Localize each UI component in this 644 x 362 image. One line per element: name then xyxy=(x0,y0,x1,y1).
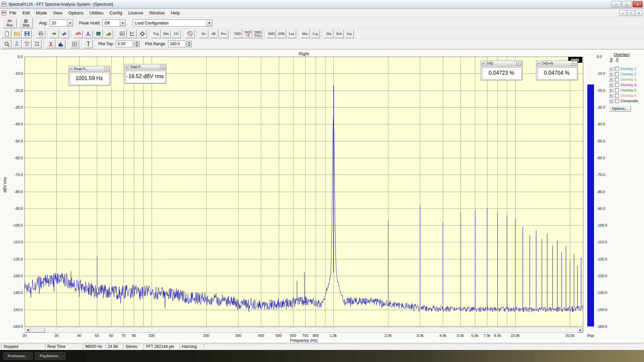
spin-down-icon[interactable] xyxy=(134,44,140,47)
scrollbar-thumb[interactable] xyxy=(31,327,45,333)
reverb-button[interactable]: Rvb xyxy=(334,29,344,38)
mdi-restore-button[interactable]: □ xyxy=(627,10,635,16)
overlay-1-on-checkbox[interactable] xyxy=(615,67,619,71)
mdi-minimize-button[interactable]: – xyxy=(619,10,627,16)
signal-generator-icon[interactable] xyxy=(185,29,195,38)
close-icon[interactable]: × xyxy=(516,62,521,66)
thd-button[interactable]: THD xyxy=(233,29,242,38)
taskbar-item[interactable]: Profession... xyxy=(3,352,33,360)
surface-icon[interactable] xyxy=(104,29,113,38)
thd-n-button[interactable]: THD +N xyxy=(243,29,252,38)
thd-n-meter-titlebar[interactable]: THD+N × xyxy=(536,61,577,66)
taskbar-item[interactable]: PlayMemor... xyxy=(35,352,65,360)
zoom-out-2x-button[interactable]: Out 2X xyxy=(22,40,32,48)
thd-freq-button[interactable]: THD Freq xyxy=(253,29,262,38)
scroll-left-icon[interactable] xyxy=(25,327,30,333)
histogram-icon[interactable] xyxy=(56,40,65,48)
print-icon[interactable] xyxy=(36,29,45,38)
peak-frequency-meter-titlebar[interactable]: Peak Fr... × xyxy=(69,66,110,72)
spectrum-view-icon[interactable] xyxy=(84,29,93,38)
jet-icon[interactable] xyxy=(60,29,69,38)
mdi-close-button[interactable]: × xyxy=(635,10,643,16)
overlay-3-on-checkbox[interactable] xyxy=(615,77,619,81)
maximize-button[interactable]: □ xyxy=(622,1,632,7)
spin-up-icon[interactable] xyxy=(186,41,192,44)
axes-icon[interactable] xyxy=(127,29,137,38)
overlay-c-on-checkbox[interactable] xyxy=(615,99,619,103)
io-button[interactable]: I/O xyxy=(171,29,181,38)
peak-hold-dropdown[interactable]: Off xyxy=(102,19,126,26)
overlay-6-set-button[interactable]: 6 xyxy=(608,94,613,98)
zoom-icon[interactable] xyxy=(2,40,11,48)
chevron-down-icon[interactable] xyxy=(67,20,73,26)
table-icon[interactable] xyxy=(117,29,127,38)
overlay-2-on-checkbox[interactable] xyxy=(615,72,619,76)
menu-view[interactable]: View xyxy=(50,9,65,17)
spectrum-plot[interactable] xyxy=(24,57,583,326)
time-series-icon[interactable] xyxy=(73,29,83,38)
peak-curve-icon[interactable] xyxy=(46,40,55,48)
spin-down-icon[interactable] xyxy=(186,44,192,47)
imd-button[interactable]: IMD xyxy=(267,29,276,38)
chevron-down-icon[interactable] xyxy=(120,20,125,26)
stop-button[interactable]: Stop xyxy=(19,18,33,28)
scroll-right-icon[interactable] xyxy=(578,327,583,333)
close-icon[interactable]: × xyxy=(160,65,165,69)
marker-button[interactable]: Mrk xyxy=(161,29,171,38)
overlay-5-set-button[interactable]: 5 xyxy=(608,88,613,93)
thd-n-meter[interactable]: THD+N × 0.04704 % xyxy=(536,61,578,80)
menu-file[interactable]: File xyxy=(6,9,19,17)
leq-button[interactable]: Leq xyxy=(287,29,296,38)
open-file-icon[interactable] xyxy=(12,29,21,38)
avg-dropdown[interactable]: 20 xyxy=(50,19,73,26)
spin-up-icon[interactable] xyxy=(134,41,140,44)
load-configuration-dropdown[interactable]: Load Configuration xyxy=(132,19,212,26)
menu-utilities[interactable]: Utilities xyxy=(87,9,107,17)
menu-license[interactable]: License xyxy=(125,9,146,17)
marker-line-icon[interactable] xyxy=(84,40,93,48)
overlay-6-on-checkbox[interactable] xyxy=(615,94,619,98)
plot-top-input[interactable]: 0.00 xyxy=(116,41,133,47)
thd-meter[interactable]: THD × 0.04723 % xyxy=(481,61,522,80)
spectrogram-icon[interactable] xyxy=(94,29,103,38)
hz-button[interactable]: Hz xyxy=(199,29,208,38)
save-file-icon[interactable] xyxy=(22,29,32,38)
db-button[interactable]: dB xyxy=(209,29,218,38)
run-button[interactable]: Run xyxy=(3,18,17,28)
minimize-button[interactable]: – xyxy=(611,1,621,7)
new-file-icon[interactable] xyxy=(2,29,11,38)
overlay-5-on-checkbox[interactable] xyxy=(615,88,619,92)
total-power-meter-titlebar[interactable]: Total P... × xyxy=(125,64,166,70)
trigger-button[interactable]: Trig xyxy=(151,29,161,38)
delay-button[interactable]: Dly xyxy=(324,29,334,38)
snr-button[interactable]: SNR xyxy=(277,29,286,38)
plot-range-input[interactable]: 160.0 xyxy=(168,41,185,47)
close-icon[interactable]: × xyxy=(572,62,576,66)
peak-frequency-meter[interactable]: Peak Fr... × 1001.59 Hz xyxy=(68,66,110,85)
menu-edit[interactable]: Edit xyxy=(19,9,33,17)
overlay-c-set-button[interactable]: C xyxy=(608,99,613,103)
macro-button[interactable]: Mac xyxy=(301,29,310,38)
overlay-1-set-button[interactable]: 1 xyxy=(608,67,613,71)
overlay-2-set-button[interactable]: 2 xyxy=(608,72,613,76)
chevron-down-icon[interactable] xyxy=(206,20,212,26)
close-icon[interactable]: × xyxy=(104,67,109,71)
horizontal-scrollbar[interactable] xyxy=(24,327,583,333)
logging-button[interactable]: Log xyxy=(311,29,320,38)
menu-config[interactable]: Config xyxy=(107,9,125,17)
menu-options[interactable]: Options xyxy=(65,9,87,17)
pwr-button[interactable]: Pwr xyxy=(219,29,228,38)
overlays-options-button[interactable]: Options... xyxy=(609,105,631,112)
options-gear-icon[interactable] xyxy=(138,29,147,38)
overlay-3-set-button[interactable]: 3 xyxy=(608,77,613,82)
menu-help[interactable]: Help xyxy=(168,9,183,17)
menu-window[interactable]: Window xyxy=(146,9,168,17)
data-table-icon[interactable] xyxy=(70,40,79,48)
overlay-4-on-checkbox[interactable] xyxy=(615,83,619,87)
close-button[interactable]: × xyxy=(633,1,643,7)
fast-forward-icon[interactable] xyxy=(50,29,59,38)
zoom-in-2x-button[interactable]: In 2X xyxy=(12,40,21,48)
thd-meter-titlebar[interactable]: THD × xyxy=(481,61,522,66)
zoom-out-full-button[interactable]: Out Full xyxy=(32,40,42,48)
scope-button[interactable]: Scp xyxy=(344,29,354,38)
